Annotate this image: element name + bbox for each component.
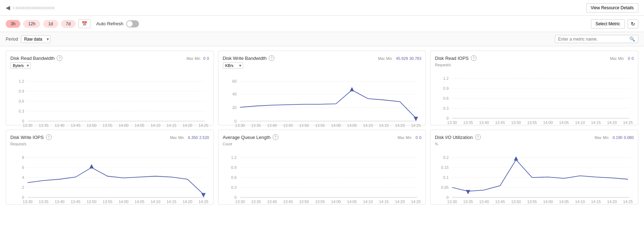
chart-title: Disk I/O Utilization [435,135,473,140]
svg-text:0: 0 [22,119,24,123]
auto-refresh-toggle[interactable] [126,20,139,27]
refresh-button[interactable]: ↻ [628,19,638,29]
max-val: 6.350 [188,135,198,140]
unit-select[interactable]: KB/sByte/sMB/s [223,62,243,69]
chart-disk-read-bandwidth: Disk Read Bandwidth ? Max Min 0 0 Byte/s… [6,51,214,125]
svg-text:13:35: 13:35 [39,123,48,128]
help-icon[interactable]: ? [57,55,62,61]
max-val: 45.929 [396,56,408,61]
max-min-header: Max Min 0 0 [610,56,634,61]
svg-text:13:40: 13:40 [479,200,489,204]
svg-text:14:00: 14:00 [119,123,128,128]
svg-text:0.2: 0.2 [443,155,449,160]
back-button[interactable]: ◀ [6,4,10,11]
svg-text:0: 0 [22,195,24,200]
svg-text:0: 0 [447,195,449,200]
min-val: 0 [207,56,209,61]
help-icon[interactable]: ? [269,55,274,61]
min-val: 0 [419,135,421,140]
svg-text:0.9: 0.9 [443,86,449,90]
help-icon[interactable]: ? [471,55,476,61]
chart-disk-write-bandwidth: Disk Write Bandwidth ? Max Min 45.929 30… [218,51,426,125]
unit-label: Request/s [10,142,26,146]
period-7d-button[interactable]: 7d [61,20,76,28]
svg-text:13:30: 13:30 [447,120,457,125]
svg-text:14:05: 14:05 [347,123,356,128]
svg-text:13:30: 13:30 [235,123,245,128]
toolbar: 3h 12h 1d 7d 📅 Auto Refresh Select Metri… [0,16,644,32]
chart-avg-queue-length: Average Queue Length ? Max Min 0 0 Count… [218,130,426,205]
metric-search-box: 🔍 [555,35,638,43]
svg-text:13:30: 13:30 [23,200,32,204]
max-min-header: Max Min 6.350 2.520 [170,135,209,140]
chart-title: Disk Read Bandwidth [10,56,55,61]
max-label: Max [398,136,405,140]
svg-text:13:45: 13:45 [495,120,505,125]
svg-text:13:40: 13:40 [55,123,65,128]
toolbar-left: 3h 12h 1d 7d 📅 Auto Refresh [6,19,139,28]
svg-text:1.2: 1.2 [443,76,449,81]
unit-select[interactable]: Byte/sKB/sMB/s [10,62,31,69]
svg-text:14:20: 14:20 [395,123,405,128]
svg-text:60: 60 [232,79,236,83]
min-label: Min [195,57,200,61]
svg-text:14:25: 14:25 [199,200,208,204]
svg-text:0.3: 0.3 [231,185,236,190]
min-val: 0.080 [624,135,634,140]
max-label: Max [186,57,193,61]
svg-text:13:40: 13:40 [479,120,489,125]
svg-text:14:10: 14:10 [363,200,372,204]
raw-data-select[interactable]: Raw data 1 minute 5 minutes [21,35,51,43]
max-min-header: Max Min 0 0 [186,56,209,61]
svg-text:13:50: 13:50 [87,123,96,128]
view-resource-button[interactable]: View Resource Details [586,3,639,12]
period-label: Period [6,37,18,42]
period-left: Period Raw data 1 minute 5 minutes [6,35,51,43]
unit-label: Request/s [435,63,451,67]
help-icon[interactable]: ? [273,134,278,140]
svg-text:13:35: 13:35 [463,120,473,125]
svg-text:0.6: 0.6 [443,96,449,100]
svg-text:0.6: 0.6 [19,99,24,103]
unit-label: % [435,142,438,146]
chart-title-row: Disk I/O Utilization ? [435,134,480,140]
svg-text:0: 0 [234,195,236,200]
max-label: Max [610,57,617,61]
help-icon[interactable]: ? [46,134,52,140]
svg-text:1.2: 1.2 [19,79,24,83]
period-12h-button[interactable]: 12h [23,20,40,28]
svg-text:13:30: 13:30 [447,200,457,204]
unit-select-wrapper: Byte/sKB/sMB/s [10,62,209,69]
top-bar-left: ◀ i-xxxxxxxxxxxxxxxxx [6,4,55,11]
unit-label: Count [223,142,232,146]
max-val: 0 [628,56,630,61]
svg-text:13:40: 13:40 [267,200,277,204]
svg-text:0.1: 0.1 [443,175,449,180]
svg-text:14:10: 14:10 [363,123,372,128]
svg-text:13:55: 13:55 [315,123,325,128]
svg-text:14:15: 14:15 [591,120,601,125]
svg-text:14:05: 14:05 [347,200,356,204]
metric-search-input[interactable] [558,37,629,42]
svg-text:13:40: 13:40 [267,123,277,128]
chart-header: Disk I/O Utilization ? Max Min 0.190 0.0… [435,134,634,140]
help-icon[interactable]: ? [475,134,481,140]
svg-text:14:10: 14:10 [151,123,160,128]
svg-text:14:10: 14:10 [575,200,585,204]
svg-text:14:20: 14:20 [182,123,192,128]
period-3h-button[interactable]: 3h [6,20,20,28]
svg-text:8: 8 [22,155,24,160]
svg-text:13:45: 13:45 [495,200,505,204]
svg-text:0.15: 0.15 [441,165,449,170]
svg-text:13:55: 13:55 [315,200,325,204]
max-label: Max [170,136,177,140]
svg-text:0.9: 0.9 [231,165,236,170]
calendar-button[interactable]: 📅 [78,19,91,28]
svg-text:20: 20 [232,105,236,110]
chart-header: Disk Write IOPS ? Max Min 6.350 2.520 [10,134,209,140]
period-1d-button[interactable]: 1d [43,20,58,28]
max-min-header: Max Min 0.190 0.080 [595,135,634,140]
select-metric-button[interactable]: Select Metric [591,19,625,29]
chart-title-row: Average Queue Length ? [223,134,278,140]
chart-svg: 1.2 0.9 0.6 0.3 0 13:30 13:35 13:40 13:4… [223,146,422,209]
